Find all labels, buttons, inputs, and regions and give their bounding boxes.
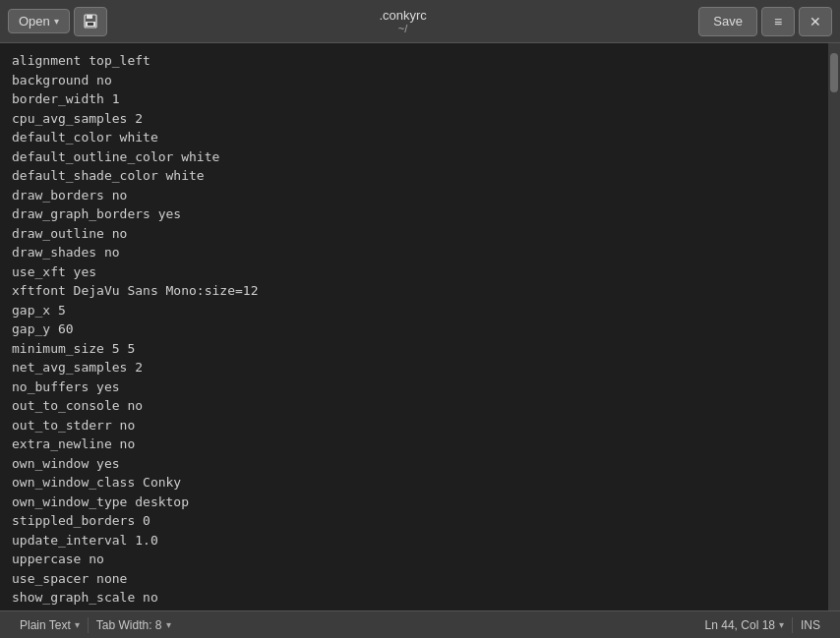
editor-content[interactable]: alignment top_left background no border_… — [0, 43, 828, 610]
ins-badge: INS — [793, 618, 828, 632]
save-button[interactable]: Save — [698, 7, 757, 36]
open-button[interactable]: Open ▾ — [8, 9, 70, 33]
plain-text-label: Plain Text — [20, 618, 71, 632]
editor-container: alignment top_left background no border_… — [0, 43, 840, 610]
titlebar-center: .conkyrc ~/ — [107, 8, 699, 34]
menu-button[interactable]: ≡ — [761, 7, 795, 36]
cursor-position-section[interactable]: Ln 44, Col 18 ▾ — [697, 611, 792, 638]
svg-rect-3 — [88, 23, 93, 26]
svg-rect-1 — [87, 15, 92, 19]
cursor-position: Ln 44, Col 18 — [705, 618, 775, 632]
close-icon: ✕ — [810, 14, 821, 29]
cursor-chevron-icon: ▾ — [779, 619, 784, 630]
file-path: ~/ — [398, 23, 407, 34]
hamburger-icon: ≡ — [774, 14, 782, 29]
open-chevron-icon: ▾ — [54, 16, 59, 27]
titlebar-left: Open ▾ — [8, 7, 107, 36]
tab-width-section[interactable]: Tab Width: 8 ▾ — [89, 611, 179, 638]
scrollbar-track[interactable] — [828, 43, 840, 610]
statusbar: Plain Text ▾ Tab Width: 8 ▾ Ln 44, Col 1… — [0, 610, 840, 638]
titlebar-right: Save ≡ ✕ — [698, 7, 832, 36]
titlebar: Open ▾ .conkyrc ~/ Save ≡ ✕ — [0, 0, 840, 43]
plain-text-section[interactable]: Plain Text ▾ — [12, 611, 88, 638]
plain-text-chevron-icon: ▾ — [75, 619, 80, 630]
open-label: Open — [19, 14, 50, 29]
tab-width-label: Tab Width: 8 — [96, 618, 162, 632]
scrollbar-thumb[interactable] — [830, 53, 838, 92]
floppy-icon — [83, 14, 98, 29]
tab-width-chevron-icon: ▾ — [166, 619, 171, 630]
file-name: .conkyrc — [379, 8, 426, 23]
save-icon-button[interactable] — [74, 7, 107, 36]
close-button[interactable]: ✕ — [799, 7, 832, 36]
